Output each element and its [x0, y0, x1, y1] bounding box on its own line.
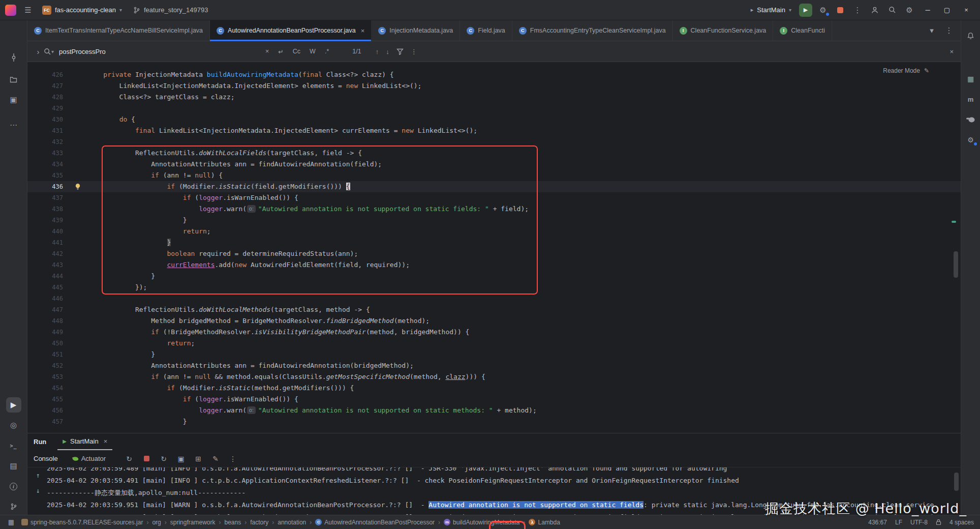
- code-line-445[interactable]: 445 });: [27, 282, 961, 293]
- problems-icon[interactable]: i: [6, 479, 21, 494]
- line-number[interactable]: 449: [27, 327, 63, 338]
- code-line-431[interactable]: 431 final LinkedList<InjectionMetadata.I…: [27, 125, 961, 136]
- line-number[interactable]: 450: [27, 338, 63, 349]
- debug-icon[interactable]: ◎: [6, 418, 21, 433]
- code-line-440[interactable]: 440 return;: [27, 226, 961, 237]
- code-line-441[interactable]: 441 }: [27, 237, 961, 248]
- reader-mode-edit-icon[interactable]: ✎: [924, 67, 929, 74]
- tab-autowiredannotationbeanpostprocessor-java[interactable]: CAutowiredAnnotationBeanPostProcessor.ja…: [210, 20, 372, 41]
- run-config-selector[interactable]: ▸ StartMain ▾: [746, 3, 796, 18]
- edit-icon[interactable]: ✎: [209, 453, 222, 465]
- console-scrollbar-thumb[interactable]: [954, 473, 959, 491]
- more-icon[interactable]: ⋯: [6, 117, 21, 133]
- line-number[interactable]: 451: [27, 349, 63, 360]
- line-number[interactable]: 454: [27, 383, 63, 394]
- code-line-452[interactable]: 452 AnnotationAttributes ann = findAutow…: [27, 360, 961, 371]
- code-editor[interactable]: Reader Mode ✎ 426 private InjectionMetad…: [27, 62, 961, 433]
- search-everywhere-icon[interactable]: [884, 3, 900, 18]
- previous-match-icon[interactable]: ↑: [376, 48, 379, 55]
- line-number[interactable]: 439: [27, 215, 63, 226]
- breadcrumb-beans[interactable]: beans: [224, 519, 241, 526]
- line-number[interactable]: 432: [27, 136, 63, 148]
- line-number[interactable]: 435: [27, 170, 63, 181]
- code-line-450[interactable]: 450 return;: [27, 338, 961, 349]
- line-number[interactable]: 448: [27, 315, 63, 327]
- minimize-button[interactable]: ─: [919, 3, 936, 18]
- breadcrumb-factory[interactable]: factory: [250, 519, 268, 526]
- regex-toggle[interactable]: .*: [322, 46, 332, 56]
- expand-search-icon[interactable]: ›: [33, 44, 44, 59]
- line-number[interactable]: 436: [27, 181, 63, 192]
- line-number[interactable]: 438: [27, 203, 63, 215]
- code-line-437[interactable]: 437 if (logger.isWarnEnabled()) {: [27, 192, 961, 203]
- code-line-447[interactable]: 447 ReflectionUtils.doWithLocalMethods(t…: [27, 304, 961, 315]
- stop-button[interactable]: [833, 3, 848, 18]
- code-line-434[interactable]: 434 AnnotationAttributes ann = findAutow…: [27, 159, 961, 170]
- line-number[interactable]: 430: [27, 114, 63, 125]
- more-icon[interactable]: ⋮: [226, 453, 239, 465]
- file-encoding[interactable]: UTF-8: [910, 519, 928, 526]
- scroll-to-end-icon[interactable]: ↓: [36, 485, 40, 497]
- console-line-5[interactable]: 2025-04-02 20:03:59.953 [main] [WARN ] o…: [47, 511, 961, 515]
- line-number[interactable]: 444: [27, 271, 63, 282]
- vcs-icon[interactable]: [6, 499, 21, 514]
- code-line-427[interactable]: 427 LinkedList<InjectionMetadata.Injecte…: [27, 80, 961, 92]
- run-tab-startmain[interactable]: ▶ StartMain ×: [57, 433, 112, 450]
- breadcrumb-spring-beans-5-0-7-release-sources-jar[interactable]: spring-beans-5.0.7.RELEASE-sources.jar: [21, 519, 143, 526]
- line-number[interactable]: 440: [27, 226, 63, 237]
- line-number[interactable]: 446: [27, 293, 63, 304]
- line-number[interactable]: 456: [27, 405, 63, 416]
- code-line-457[interactable]: 457 }: [27, 416, 961, 427]
- project-widget[interactable]: FC fas-accounting-clean ▾: [38, 3, 127, 18]
- code-line-429[interactable]: 429: [27, 103, 961, 114]
- close-button[interactable]: ×: [958, 3, 975, 18]
- code-line-436[interactable]: 436 if (Modifier.isStatic(field.getModif…: [27, 181, 961, 192]
- line-number[interactable]: 431: [27, 125, 63, 136]
- ide-settings-sync-button[interactable]: ⚙: [815, 3, 831, 18]
- scroll-to-top-icon[interactable]: ↑: [36, 469, 40, 482]
- tab-cleanfunctionservice-java[interactable]: ICleanFunctionService.java: [673, 20, 774, 41]
- code-line-453[interactable]: 453 if (ann != null && method.equals(Cla…: [27, 371, 961, 383]
- line-number[interactable]: 453: [27, 371, 63, 383]
- code-line-451[interactable]: 451 }: [27, 349, 961, 360]
- breadcrumb-buildautowiringmetadata[interactable]: mbuildAutowiringMetadata: [444, 519, 519, 526]
- line-number[interactable]: 455: [27, 394, 63, 405]
- code-line-426[interactable]: 426 private InjectionMetadata buildAutow…: [27, 69, 961, 80]
- search-input[interactable]: postProcessPro: [59, 48, 262, 55]
- match-case-toggle[interactable]: Cc: [290, 46, 303, 56]
- line-number[interactable]: 429: [27, 103, 63, 114]
- stop-icon[interactable]: [140, 453, 153, 465]
- console-line-1[interactable]: 2025-04-02 20:03:59.489 [main] [INFO ] o…: [47, 467, 961, 475]
- line-separator[interactable]: LF: [895, 519, 902, 526]
- main-menu-icon[interactable]: ☰: [20, 3, 36, 18]
- tab-injectionmetadata-java[interactable]: CInjectionMetadata.java: [372, 20, 460, 41]
- code-line-430[interactable]: 430 do {: [27, 114, 961, 125]
- code-line-448[interactable]: 448 Method bridgedMethod = BridgeMethodR…: [27, 315, 961, 327]
- code-line-456[interactable]: 456 logger.warn(o:"Autowired annotation …: [27, 405, 961, 416]
- console-line-2[interactable]: 2025-04-02 20:03:59.491 [main] [INFO ] c…: [47, 475, 961, 487]
- build-icon[interactable]: ▦: [964, 72, 978, 86]
- caret-position[interactable]: 436:67: [868, 519, 887, 526]
- whole-words-toggle[interactable]: W: [307, 46, 319, 56]
- branch-widget[interactable]: feature_story_149793: [129, 3, 212, 18]
- settings-gear-icon[interactable]: ⚙: [902, 3, 917, 18]
- code-line-444[interactable]: 444 }: [27, 271, 961, 282]
- line-number[interactable]: 426: [27, 69, 63, 80]
- line-number[interactable]: 452: [27, 360, 63, 371]
- code-line-454[interactable]: 454 if (Modifier.isStatic(method.getModi…: [27, 383, 961, 394]
- code-line-433[interactable]: 433 ReflectionUtils.doWithLocalFields(ta…: [27, 148, 961, 159]
- code-line-446[interactable]: 446: [27, 293, 961, 304]
- tab-fmsaccountingentrytypecleanserviceimpl-java[interactable]: CFmsAccountingEntryTypeCleanServiceImpl.…: [512, 20, 673, 41]
- breadcrumb-org[interactable]: org: [152, 519, 161, 526]
- actuator-tab[interactable]: Actuator: [68, 453, 110, 464]
- code-line-438[interactable]: 438 logger.warn(o:"Autowired annotation …: [27, 203, 961, 215]
- tab-cleanfuncti[interactable]: ICleanFuncti: [773, 20, 832, 41]
- tab-field-java[interactable]: CField.java: [460, 20, 512, 41]
- line-number[interactable]: 447: [27, 304, 63, 315]
- reader-mode-label[interactable]: Reader Mode: [883, 67, 920, 74]
- line-number[interactable]: 441: [27, 237, 63, 248]
- tab-itemtexttransinternaltypeaccnamebillserviceimpl-[interactable]: CItemTextTransInternalTypeAccNameBillSer…: [27, 20, 210, 41]
- line-number[interactable]: 427: [27, 80, 63, 92]
- next-match-icon[interactable]: ↓: [386, 48, 389, 55]
- console-line-4[interactable]: 2025-04-02 20:03:59.951 [main] [WARN ] o…: [47, 499, 961, 511]
